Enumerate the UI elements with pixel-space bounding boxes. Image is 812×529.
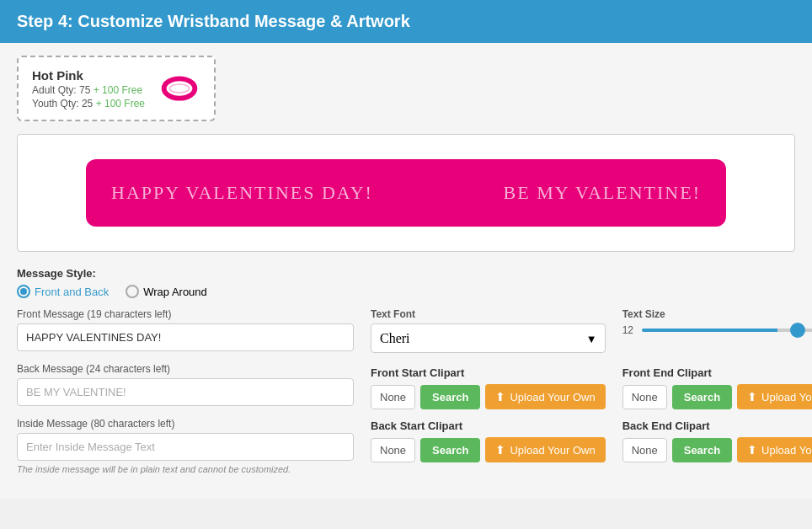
front-end-clipart-controls: None Search ⬆ Upload Your Own — [622, 384, 812, 409]
font-group: Text Font Cheri Arial Times New Roman Co… — [371, 308, 606, 353]
inside-message-label: Inside Message (80 characters left) — [17, 418, 354, 430]
front-end-none-box: None — [622, 385, 667, 409]
preview-front-text: HAPPY VALENTINES DAY! — [111, 182, 373, 204]
product-name: Hot Pink — [32, 68, 145, 83]
youth-free: + 100 Free — [96, 98, 145, 110]
font-select-wrap: Cheri Arial Times New Roman Comic Sans ▼ — [371, 323, 606, 353]
two-col-layout: Front Message (19 characters left) Back … — [17, 308, 795, 486]
inside-message-input[interactable] — [17, 433, 354, 461]
size-min-label: 12 — [622, 324, 633, 336]
front-message-label: Front Message (19 characters left) — [17, 308, 354, 320]
right-column: Text Font Cheri Arial Times New Roman Co… — [371, 308, 812, 486]
main-content: Hot Pink Adult Qty: 75 + 100 Free Youth … — [0, 43, 812, 499]
radio-front-back[interactable]: Front and Back — [17, 285, 109, 298]
back-start-clipart-group: Back Start Clipart None Search ⬆ Upload … — [371, 419, 606, 462]
svg-point-0 — [164, 78, 195, 98]
back-end-none-box: None — [622, 438, 667, 462]
wristband-preview-container: HAPPY VALENTINES DAY! BE MY VALENTINE! — [17, 134, 795, 252]
left-column: Front Message (19 characters left) Back … — [17, 308, 354, 486]
front-message-input[interactable] — [17, 323, 354, 351]
back-end-upload-button[interactable]: ⬆ Upload Your Own — [737, 437, 812, 462]
radio-wrap-circle — [126, 285, 139, 298]
adult-qty-value: 75 — [79, 84, 90, 96]
back-start-clipart-controls: None Search ⬆ Upload Your Own — [371, 437, 606, 462]
radio-front-back-circle — [17, 285, 30, 298]
preview-back-text: BE MY VALENTINE! — [504, 182, 701, 204]
back-message-label: Back Message (24 characters left) — [17, 363, 354, 375]
message-style-label: Message Style: — [17, 267, 795, 280]
back-end-clipart-label: Back End Clipart — [622, 419, 812, 432]
size-slider[interactable] — [642, 329, 812, 332]
front-start-clipart-controls: None Search ⬆ Upload Your Own — [371, 384, 606, 409]
back-start-none-box: None — [371, 438, 415, 462]
clipart-top-row: Front Start Clipart None Search ⬆ Upload… — [371, 366, 812, 409]
message-style-radio-group: Front and Back Wrap Around — [17, 285, 795, 298]
clipart-bottom-row: Back Start Clipart None Search ⬆ Upload … — [371, 419, 812, 462]
youth-qty-value: 25 — [82, 98, 93, 110]
text-font-label: Text Font — [371, 308, 606, 320]
front-end-upload-label: Upload Your Own — [761, 391, 812, 403]
upload-icon-2: ⬆ — [747, 390, 757, 403]
upload-icon-4: ⬆ — [747, 443, 757, 457]
youth-qty-line: Youth Qty: 25 + 100 Free — [32, 98, 145, 110]
adult-qty-line: Adult Qty: 75 + 100 Free — [32, 84, 145, 96]
front-end-search-button[interactable]: Search — [672, 385, 732, 409]
radio-wrap-label: Wrap Around — [143, 286, 207, 298]
adult-qty-label: Adult Qty: — [32, 84, 77, 96]
back-end-clipart-controls: None Search ⬆ Upload Your Own — [622, 437, 812, 462]
adult-free: + 100 Free — [93, 84, 142, 96]
font-select[interactable]: Cheri Arial Times New Roman Comic Sans — [371, 323, 606, 353]
font-size-row: Text Font Cheri Arial Times New Roman Co… — [371, 308, 812, 353]
youth-qty-label: Youth Qty: — [32, 98, 79, 110]
front-end-upload-button[interactable]: ⬆ Upload Your Own — [737, 384, 812, 409]
upload-icon: ⬆ — [495, 390, 505, 403]
front-message-group: Front Message (19 characters left) — [17, 308, 354, 351]
front-start-search-button[interactable]: Search — [420, 385, 480, 409]
text-size-label: Text Size — [622, 308, 812, 320]
step-label: Step 4: — [17, 12, 73, 30]
wristband-preview: HAPPY VALENTINES DAY! BE MY VALENTINE! — [86, 159, 726, 227]
back-start-clipart-label: Back Start Clipart — [371, 419, 606, 432]
back-message-input[interactable] — [17, 378, 354, 406]
back-start-upload-button[interactable]: ⬆ Upload Your Own — [485, 437, 605, 462]
page-title: Customize Wristband Message & Artwork — [77, 12, 410, 30]
back-end-upload-label: Upload Your Own — [761, 444, 812, 457]
front-end-clipart-label: Front End Clipart — [622, 366, 812, 379]
front-start-none-box: None — [371, 385, 415, 409]
back-end-search-button[interactable]: Search — [672, 438, 732, 462]
front-start-clipart-label: Front Start Clipart — [371, 366, 606, 379]
front-start-upload-label: Upload Your Own — [510, 391, 595, 403]
size-slider-container: 12 36 — [622, 323, 812, 337]
size-group: Text Size 12 36 — [622, 308, 812, 353]
upload-icon-3: ⬆ — [495, 443, 505, 457]
radio-wrap-around[interactable]: Wrap Around — [126, 285, 207, 298]
page-header: Step 4: Customize Wristband Message & Ar… — [0, 0, 812, 43]
back-message-group: Back Message (24 characters left) — [17, 363, 354, 406]
front-start-clipart-group: Front Start Clipart None Search ⬆ Upload… — [371, 366, 606, 409]
radio-front-back-label: Front and Back — [35, 286, 109, 298]
inside-message-note: The inside message will be in plain text… — [17, 464, 354, 474]
back-start-upload-label: Upload Your Own — [510, 444, 595, 457]
product-image — [158, 67, 200, 110]
message-style-section: Message Style: Front and Back Wrap Aroun… — [17, 267, 795, 298]
front-end-clipart-group: Front End Clipart None Search ⬆ Upload Y… — [622, 366, 812, 409]
svg-point-1 — [169, 84, 189, 93]
inside-message-group: Inside Message (80 characters left) The … — [17, 418, 354, 474]
product-info: Hot Pink Adult Qty: 75 + 100 Free Youth … — [32, 68, 145, 110]
back-end-clipart-group: Back End Clipart None Search ⬆ Upload Yo… — [622, 419, 812, 462]
back-start-search-button[interactable]: Search — [420, 438, 480, 462]
product-card: Hot Pink Adult Qty: 75 + 100 Free Youth … — [17, 56, 216, 121]
front-start-upload-button[interactable]: ⬆ Upload Your Own — [485, 384, 605, 409]
